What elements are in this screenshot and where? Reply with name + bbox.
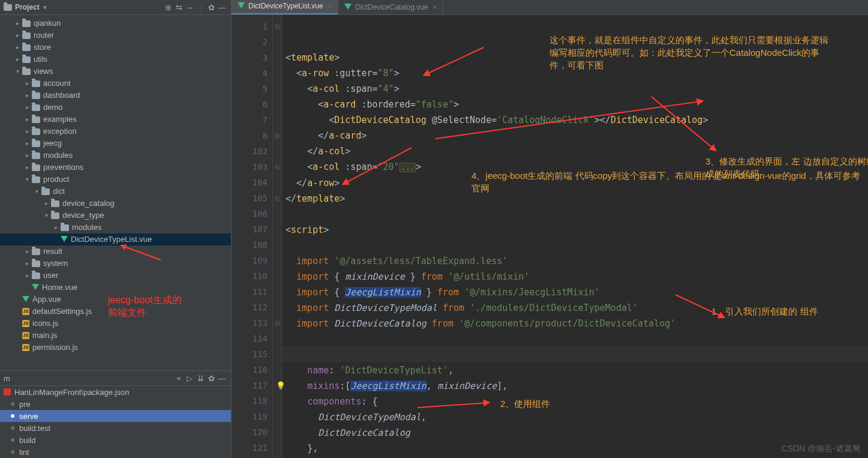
tree-item-app-vue[interactable]: App.vue <box>0 294 231 306</box>
tree-label: system <box>43 258 68 270</box>
folder-icon <box>32 261 40 267</box>
tree-label: examples <box>43 113 77 125</box>
line-number: 120 <box>232 424 268 440</box>
line-number: 115 <box>232 346 268 362</box>
tree-item-icons-js[interactable]: JSicons.js <box>0 318 231 330</box>
line-number: 3 <box>232 50 268 65</box>
task-dot-icon <box>11 426 14 430</box>
editor-tabs: DictDeviceTypeList.vue × DictDeviceCatal… <box>232 0 868 15</box>
code-editor[interactable]: 1234567810210310410510610710810911011111… <box>232 15 868 458</box>
line-number: 113 <box>232 315 268 331</box>
tree-item-dict[interactable]: ▾dict <box>0 185 231 197</box>
tree-item-router[interactable]: ▸router <box>0 29 231 41</box>
tree-label: qiankun <box>34 17 61 29</box>
tree-item-examples[interactable]: ▸examples <box>0 113 231 125</box>
line-number: 102 <box>232 143 268 159</box>
tree-item-views[interactable]: ▾views <box>0 65 231 77</box>
npm-panel-header: m + ▷ ⇊ ✿ — <box>0 370 231 386</box>
vue-icon <box>32 284 39 291</box>
npm-task-build-test[interactable]: build:test <box>0 422 231 434</box>
folder-icon <box>22 20 31 27</box>
collapse-icon[interactable]: ⇆ <box>173 3 184 12</box>
tree-label: user <box>43 270 58 282</box>
folder-icon <box>32 104 40 111</box>
npm-task-label: lint <box>19 448 29 457</box>
tree-label: utils <box>34 53 47 65</box>
minimize-icon[interactable]: — <box>217 374 227 383</box>
close-icon[interactable]: × <box>433 4 437 11</box>
tree-item-exception[interactable]: ▸exception <box>0 125 231 137</box>
tree-item-permission-js[interactable]: JSpermission.js <box>0 342 231 354</box>
line-number: 106 <box>232 206 268 221</box>
tree-item-modules[interactable]: ▸modules <box>0 221 231 234</box>
tree-item-system[interactable]: ▸system <box>0 258 231 270</box>
code-area[interactable]: <template> <a-row :gutter="8"> <a-col :s… <box>282 15 868 458</box>
tree-label: DictDeviceTypeList.vue <box>71 234 152 246</box>
folder-icon <box>41 188 50 195</box>
tree-label: dict <box>53 185 65 197</box>
vue-icon <box>61 236 68 243</box>
project-tree[interactable]: ▸qiankun▸router▸store▸utils▾views▸accoun… <box>0 15 231 370</box>
tree-item-preventions[interactable]: ▸preventions <box>0 161 231 173</box>
npm-task-serve[interactable]: serve <box>0 410 231 422</box>
folder-icon <box>32 92 40 99</box>
tab-dictdevicecatalog[interactable]: DictDeviceCatalog.vue × <box>338 0 443 14</box>
npm-file[interactable]: HanLinMangeFront\package.json <box>0 386 231 398</box>
watermark: CSDN @瀚岳-诸葛弩 <box>782 444 861 454</box>
folder-icon <box>32 152 40 159</box>
target-icon[interactable]: ⊕ <box>163 3 173 12</box>
tree-item-home-vue[interactable]: Home.vue <box>0 282 231 294</box>
npm-task-pre[interactable]: pre <box>0 398 231 410</box>
npm-task-label: build:test <box>19 424 50 433</box>
line-number: 7 <box>232 112 268 128</box>
line-numbers: 1234567810210310410510610710810911011111… <box>232 15 273 458</box>
project-panel-header: Project ▼ ⊕ ⇆ ↔ | ✿ — <box>0 0 231 15</box>
npm-task-build[interactable]: build <box>0 434 231 446</box>
js-icon: JS <box>22 320 29 327</box>
npm-task-label: serve <box>19 412 38 421</box>
tab-dictdevicetypelist[interactable]: DictDeviceTypeList.vue × <box>232 0 338 14</box>
tree-item-main-js[interactable]: JSmain.js <box>0 330 231 342</box>
tree-item-product[interactable]: ▾product <box>0 173 231 185</box>
tree-item-utils[interactable]: ▸utils <box>0 53 231 65</box>
tree-item-result[interactable]: ▸result <box>0 246 231 258</box>
gear-icon[interactable]: ✿ <box>206 374 217 383</box>
tree-item-defaultsettings-js[interactable]: JSdefaultSettings.js <box>0 306 231 318</box>
tree-item-user[interactable]: ▸user <box>0 270 231 282</box>
line-number: 1 <box>232 19 268 34</box>
tree-item-jeecg[interactable]: ▸jeecg <box>0 137 231 149</box>
run-icon[interactable]: ▷ <box>184 374 195 383</box>
tree-label: permission.js <box>32 342 78 354</box>
chevron-down-icon[interactable]: ▼ <box>42 4 48 11</box>
npm-file-label: HanLinMangeFront\package.json <box>14 388 130 397</box>
tree-item-device_type[interactable]: ▾device_type <box>0 209 231 221</box>
tree-item-dictdevicetypelist-vue[interactable]: DictDeviceTypeList.vue <box>0 234 231 246</box>
line-number: 119 <box>232 409 268 424</box>
folder-icon <box>22 44 31 51</box>
tree-label: defaultSettings.js <box>32 306 92 318</box>
tree-label: store <box>34 41 51 53</box>
tree-label: router <box>34 29 54 41</box>
tree-label: device_catalog <box>62 197 115 209</box>
lightbulb-icon[interactable]: 💡 <box>276 378 286 394</box>
tree-item-demo[interactable]: ▸demo <box>0 101 231 113</box>
npm-task-lint[interactable]: lint <box>0 446 231 458</box>
folder-icon <box>51 200 59 207</box>
tree-item-device_catalog[interactable]: ▸device_catalog <box>0 197 231 209</box>
collapse-all-icon[interactable]: ⇊ <box>195 374 206 383</box>
expand-icon[interactable]: ↔ <box>184 3 195 12</box>
gear-icon[interactable]: ✿ <box>206 3 217 12</box>
tree-item-qiankun[interactable]: ▸qiankun <box>0 17 231 29</box>
close-icon[interactable]: × <box>328 2 332 10</box>
minimize-icon[interactable]: — <box>217 3 227 12</box>
folder-icon <box>32 176 40 183</box>
line-number: 116 <box>232 362 268 378</box>
tree-item-account[interactable]: ▸account <box>0 77 231 89</box>
folder-icon <box>32 128 40 135</box>
tree-label: App.vue <box>32 294 61 306</box>
tree-item-dashboard[interactable]: ▸dashboard <box>0 89 231 101</box>
add-icon[interactable]: + <box>173 374 184 383</box>
tree-item-modules[interactable]: ▸modules <box>0 149 231 161</box>
tree-item-store[interactable]: ▸store <box>0 41 231 53</box>
line-number: 111 <box>232 284 268 300</box>
